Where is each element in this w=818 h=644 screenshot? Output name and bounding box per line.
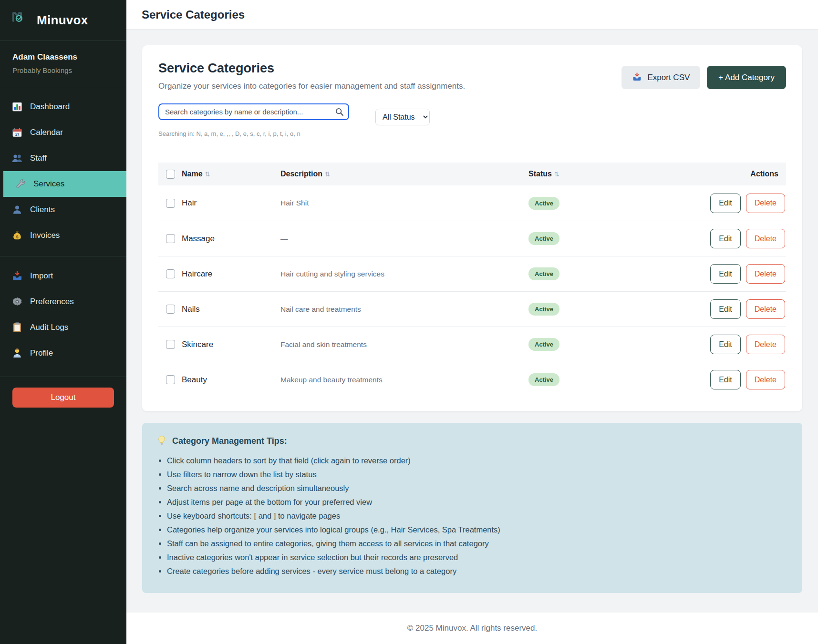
status-filter-select[interactable]: All Status — [375, 109, 430, 125]
office-worker-icon — [11, 348, 23, 359]
sidebar-item-staff[interactable]: Staff — [0, 145, 126, 171]
delete-button[interactable]: Delete — [746, 335, 785, 354]
brand-name: Minuvox — [37, 13, 88, 28]
export-csv-label: Export CSV — [648, 73, 690, 82]
nav-divider — [0, 256, 126, 256]
edit-button[interactable]: Edit — [710, 264, 741, 284]
table-row: Nails Nail care and treatments Active Ed… — [158, 291, 786, 327]
logout-section: Logout — [0, 377, 126, 418]
logout-button[interactable]: Logout — [12, 388, 114, 408]
user-name: Adam Claassens — [12, 52, 114, 62]
svg-text:17: 17 — [15, 133, 20, 137]
category-description: Hair Shit — [280, 199, 528, 207]
tip-item: Search across name and description simul… — [167, 482, 788, 494]
category-name: Haircare — [182, 269, 280, 279]
wrench-icon — [15, 178, 26, 190]
footer: © 2025 Minuvox. All rights reserved. — [126, 613, 818, 644]
tip-item: Create categories before adding services… — [167, 565, 788, 577]
service-categories-card: Service Categories Organize your service… — [142, 45, 802, 411]
sidebar-item-invoices[interactable]: $ Invoices — [0, 223, 126, 248]
export-csv-button[interactable]: Export CSV — [621, 66, 701, 89]
table-row: Haircare Hair cutting and styling servic… — [158, 256, 786, 291]
tips-title: Category Management Tips: — [172, 436, 287, 446]
search-input[interactable] — [158, 103, 349, 120]
tips-panel: Category Management Tips: Click column h… — [142, 423, 802, 593]
column-header-name[interactable]: Name⇅ — [182, 170, 280, 178]
sort-icon: ⇅ — [554, 171, 559, 178]
tip-item: Use keyboard shortcuts: [ and ] to navig… — [167, 510, 788, 522]
tip-item: Use filters to narrow down the list by s… — [167, 468, 788, 480]
copyright-text: © 2025 Minuvox. All rights reserved. — [407, 624, 537, 633]
sidebar-item-import[interactable]: Import — [0, 263, 126, 289]
edit-button[interactable]: Edit — [710, 335, 741, 354]
tip-item: Inactive categories won't appear in serv… — [167, 551, 788, 563]
tip-item: Staff can be assigned to entire categori… — [167, 537, 788, 550]
bar-chart-icon — [11, 101, 23, 112]
sort-icon: ⇅ — [325, 171, 330, 178]
sidebar-item-profile[interactable]: Profile — [0, 340, 126, 366]
user-business: Probably Bookings — [12, 66, 114, 74]
card-subtitle: Organize your services into categories f… — [158, 82, 465, 91]
status-badge: Active — [528, 197, 559, 210]
delete-button[interactable]: Delete — [746, 370, 785, 389]
sidebar: Minuvox Adam Claassens Probably Bookings… — [0, 0, 126, 644]
brand[interactable]: Minuvox — [0, 0, 126, 41]
status-badge: Active — [528, 338, 559, 351]
column-header-description[interactable]: Description⇅ — [280, 170, 528, 178]
category-description: Hair cutting and styling services — [280, 270, 528, 278]
row-checkbox[interactable] — [166, 305, 175, 314]
edit-button[interactable]: Edit — [710, 370, 741, 389]
svg-text:$: $ — [16, 235, 18, 239]
table-row: Hair Hair Shit Active Edit Delete — [158, 185, 786, 221]
row-checkbox[interactable] — [166, 234, 175, 243]
category-name: Hair — [182, 198, 280, 208]
calendar-icon: 17 — [11, 127, 23, 138]
status-badge: Active — [528, 303, 559, 316]
main-area: Service Categories Service Categories Or… — [126, 0, 818, 644]
delete-button[interactable]: Delete — [746, 264, 785, 284]
card-title: Service Categories — [158, 61, 465, 76]
delete-button[interactable]: Delete — [746, 299, 785, 319]
minuvox-logo-icon — [11, 11, 31, 30]
delete-button[interactable]: Delete — [746, 229, 785, 248]
category-name: Massage — [182, 234, 280, 244]
edit-button[interactable]: Edit — [710, 229, 741, 248]
categories-table: Name⇅ Description⇅ Status⇅ Actions Hair … — [158, 163, 786, 397]
status-badge: Active — [528, 373, 559, 386]
category-description: Nail care and treatments — [280, 305, 528, 314]
topbar: Service Categories — [126, 0, 818, 30]
people-icon — [11, 153, 23, 164]
row-checkbox[interactable] — [166, 375, 175, 384]
category-description: — — [280, 235, 528, 243]
money-bag-icon: $ — [11, 230, 23, 241]
column-header-status[interactable]: Status⇅ — [528, 170, 672, 178]
edit-button[interactable]: Edit — [710, 194, 741, 213]
category-name: Skincare — [182, 340, 280, 349]
table-row: Beauty Makeup and beauty treatments Acti… — [158, 362, 786, 397]
category-description: Facial and skin treatments — [280, 340, 528, 349]
inbox-tray-icon — [632, 72, 643, 83]
tip-item: Adjust items per page at the bottom for … — [167, 496, 788, 508]
sidebar-item-clients[interactable]: Clients — [0, 197, 126, 223]
edit-button[interactable]: Edit — [710, 299, 741, 319]
table-row: Skincare Facial and skin treatments Acti… — [158, 327, 786, 362]
sidebar-item-dashboard[interactable]: Dashboard — [0, 94, 126, 120]
category-description: Makeup and beauty treatments — [280, 376, 528, 384]
inbox-tray-icon — [11, 270, 23, 282]
clipboard-icon — [11, 322, 23, 333]
sidebar-item-audit-logs[interactable]: Audit Logs — [0, 315, 126, 340]
page-title: Service Categories — [142, 8, 245, 21]
sidebar-item-preferences[interactable]: Preferences — [0, 289, 126, 315]
status-badge: Active — [528, 267, 559, 280]
row-checkbox[interactable] — [166, 269, 175, 278]
add-category-button[interactable]: + Add Category — [707, 66, 786, 89]
tip-item: Categories help organize your services i… — [167, 523, 788, 536]
row-checkbox[interactable] — [166, 199, 175, 208]
delete-button[interactable]: Delete — [746, 194, 785, 213]
category-name: Nails — [182, 305, 280, 314]
user-block: Adam Claassens Probably Bookings — [0, 41, 126, 87]
sidebar-item-calendar[interactable]: 17 Calendar — [0, 120, 126, 145]
row-checkbox[interactable] — [166, 340, 175, 349]
sidebar-item-services[interactable]: Services — [3, 171, 126, 197]
select-all-checkbox[interactable] — [166, 170, 175, 179]
